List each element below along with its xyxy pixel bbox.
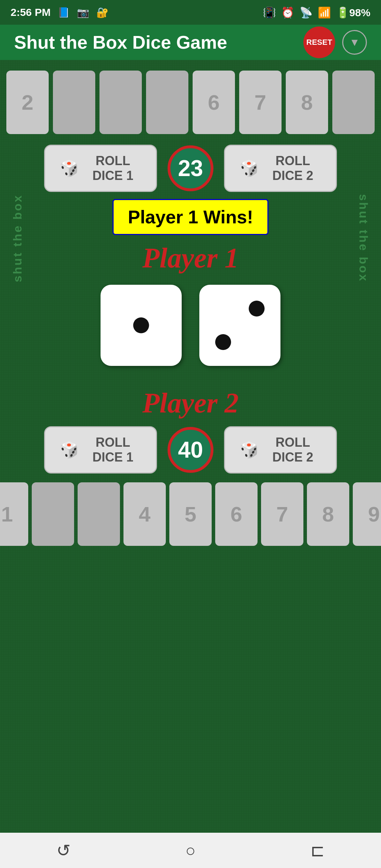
side-text-left: shut the Box bbox=[11, 194, 24, 282]
chevron-down-icon: ▼ bbox=[349, 36, 360, 48]
tile-p2-3[interactable] bbox=[78, 482, 120, 546]
tile-p1-9[interactable] bbox=[332, 71, 375, 134]
tile-p1-4[interactable] bbox=[99, 71, 142, 134]
back-icon: ↺ bbox=[56, 840, 71, 860]
p2-dice2-icon: 🎲 bbox=[239, 441, 259, 459]
player1-tiles: 2 6 7 8 bbox=[6, 71, 375, 134]
reset-button[interactable]: RESET bbox=[303, 26, 335, 58]
die-1 bbox=[101, 285, 182, 366]
alarm-icon: ⏰ bbox=[281, 6, 294, 19]
player1-roll-area: 🎲 ROLL DICE 1 23 🎲 ROLL DICE 2 bbox=[7, 145, 374, 192]
tile-p2-7[interactable]: 7 bbox=[261, 482, 303, 546]
recent-nav-button[interactable]: ⊏ bbox=[296, 836, 339, 864]
tile-p1-8-label: 8 bbox=[301, 90, 313, 115]
tile-p2-5-label: 5 bbox=[185, 502, 196, 526]
tile-p2-1-label: 1 bbox=[1, 502, 13, 526]
player2-roll-dice-1-button[interactable]: 🎲 ROLL DICE 1 bbox=[44, 426, 157, 474]
tile-p2-4[interactable]: 4 bbox=[123, 482, 166, 546]
player2-score: 40 bbox=[178, 437, 203, 463]
status-left: 2:56 PM 📘 📷 🔐 bbox=[11, 6, 109, 18]
tile-p2-6[interactable]: 6 bbox=[215, 482, 258, 546]
tile-p1-8[interactable]: 8 bbox=[286, 71, 328, 134]
instagram-icon: 📷 bbox=[77, 7, 89, 18]
player1-roll-dice-1-button[interactable]: 🎲 ROLL DICE 1 bbox=[44, 145, 157, 192]
tile-p1-7-label: 7 bbox=[254, 90, 266, 115]
signal-icon: 📶 bbox=[318, 6, 331, 19]
player1-roll-dice-2-button[interactable]: 🎲 ROLL DICE 2 bbox=[224, 145, 337, 192]
dropdown-button[interactable]: ▼ bbox=[342, 30, 367, 55]
tile-p1-7[interactable]: 7 bbox=[239, 71, 282, 134]
tile-p2-8-label: 8 bbox=[322, 502, 334, 526]
player2-roll-dice-2-button[interactable]: 🎲 ROLL DICE 2 bbox=[224, 426, 337, 474]
tile-p2-2[interactable] bbox=[32, 482, 74, 546]
player2-roll-dice-1-label: ROLL DICE 1 bbox=[84, 435, 142, 465]
tile-p2-9-label: 9 bbox=[368, 502, 380, 526]
lastpass-icon: 🔐 bbox=[96, 7, 109, 18]
status-right: 📳 ⏰ 📡 📶 🔋98% bbox=[263, 6, 370, 19]
tile-p2-5[interactable]: 5 bbox=[169, 482, 212, 546]
tile-p1-6-label: 6 bbox=[208, 90, 219, 115]
tile-p1-5[interactable] bbox=[146, 71, 188, 134]
time-display: 2:56 PM bbox=[11, 6, 50, 18]
win-banner: Player 1 Wins! bbox=[113, 199, 268, 235]
player1-roll-dice-1-label: ROLL DICE 1 bbox=[84, 153, 142, 183]
vibrate-icon: 📳 bbox=[263, 6, 276, 19]
player2-roll-dice-2-label: ROLL DICE 2 bbox=[264, 435, 322, 465]
tile-p1-6[interactable]: 6 bbox=[193, 71, 235, 134]
bottom-nav: ↺ ○ ⊏ bbox=[0, 833, 381, 868]
tile-p1-3[interactable] bbox=[53, 71, 95, 134]
app-title: Shut the Box Dice Game bbox=[14, 32, 227, 53]
player2-tiles: 1 4 5 6 7 8 9 bbox=[0, 482, 381, 546]
player2-section: Player 2 🎲 ROLL DICE 1 40 🎲 ROLL DICE 2 … bbox=[7, 384, 374, 546]
player2-roll-area: 🎲 ROLL DICE 1 40 🎲 ROLL DICE 2 bbox=[7, 426, 374, 474]
tile-p2-8[interactable]: 8 bbox=[307, 482, 349, 546]
tile-p2-9[interactable]: 9 bbox=[353, 482, 381, 546]
tile-p2-7-label: 7 bbox=[276, 502, 288, 526]
tile-p2-1[interactable]: 1 bbox=[0, 482, 28, 546]
tile-p1-2[interactable]: 2 bbox=[6, 71, 49, 134]
die-2 bbox=[199, 285, 280, 366]
player1-score: 23 bbox=[178, 155, 203, 181]
player2-label: Player 2 bbox=[142, 387, 238, 419]
home-nav-button[interactable]: ○ bbox=[169, 836, 212, 864]
tile-p2-6-label: 6 bbox=[230, 502, 242, 526]
status-bar: 2:56 PM 📘 📷 🔐 📳 ⏰ 📡 📶 🔋98% bbox=[0, 0, 381, 25]
tile-p2-4-label: 4 bbox=[139, 502, 150, 526]
die2-dot2 bbox=[215, 334, 231, 350]
player1-roll-dice-2-label: ROLL DICE 2 bbox=[264, 153, 322, 183]
win-message: Player 1 Wins! bbox=[128, 207, 253, 227]
player2-score-circle: 40 bbox=[168, 427, 213, 473]
side-text-right: shut the Box bbox=[357, 194, 370, 282]
dice2-icon: 🎲 bbox=[239, 159, 259, 177]
header-controls: RESET ▼ bbox=[303, 26, 367, 58]
home-icon: ○ bbox=[186, 841, 196, 860]
player1-label: Player 1 bbox=[142, 242, 238, 274]
player1-score-circle: 23 bbox=[168, 145, 213, 191]
tile-p1-2-label: 2 bbox=[22, 90, 33, 115]
game-area: shut the Box shut the Box 2 6 7 8 🎲 ROLL… bbox=[0, 60, 381, 833]
facebook-icon: 📘 bbox=[58, 7, 70, 18]
recent-icon: ⊏ bbox=[310, 840, 325, 860]
dice-display bbox=[101, 285, 280, 366]
die1-dot1 bbox=[133, 318, 149, 333]
app-header: Shut the Box Dice Game RESET ▼ bbox=[0, 25, 381, 60]
radio-icon: 📡 bbox=[300, 6, 313, 19]
die2-dot1 bbox=[249, 301, 265, 317]
p2-dice1-icon: 🎲 bbox=[59, 441, 79, 459]
dice1-icon: 🎲 bbox=[59, 159, 79, 177]
battery-icon: 🔋98% bbox=[336, 6, 370, 19]
back-nav-button[interactable]: ↺ bbox=[42, 836, 85, 864]
